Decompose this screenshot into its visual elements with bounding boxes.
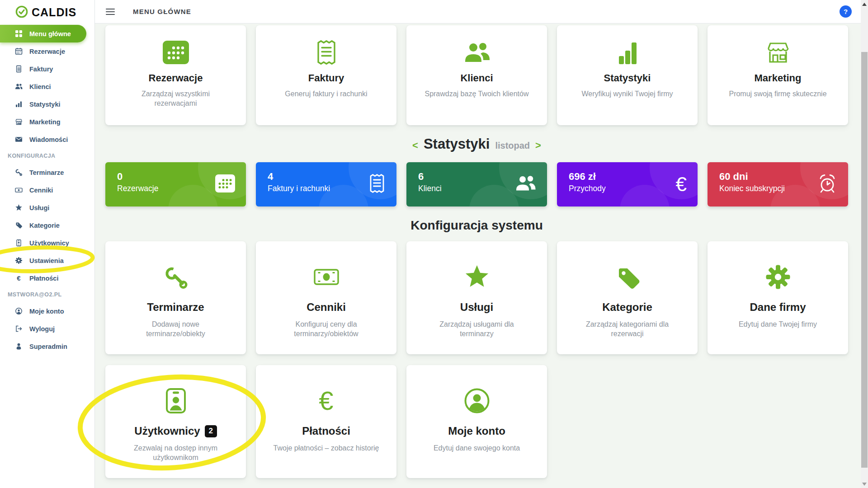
next-month-arrow[interactable]: > <box>535 140 541 151</box>
card-faktury[interactable]: Faktury Generuj faktury i rachunki <box>256 25 396 125</box>
alarm-clock-icon <box>817 173 837 196</box>
sidebar-section-konfiguracja: KONFIGURACJA <box>0 148 94 164</box>
card-moje-konto[interactable]: Moje konto Edytuj dane swojego konta <box>406 365 547 478</box>
check-circle-icon <box>15 5 28 20</box>
banknote-icon <box>15 186 23 194</box>
sidebar-item-statystyki[interactable]: Statystyki <box>0 95 94 113</box>
config-cards-row2: Użytkownicy 2 Zezwalaj na dostęp innym u… <box>105 365 848 478</box>
page-title: MENU GŁÓWNE <box>133 8 191 15</box>
main-area: MENU GŁÓWNE ? Rezerwacje Zarządzaj wszys… <box>95 0 868 488</box>
feature-cards-row: Rezerwacje Zarządzaj wszystkimi rezerwac… <box>105 25 848 125</box>
sidebar-item-marketing[interactable]: Marketing <box>0 113 94 131</box>
grid-icon <box>15 30 23 38</box>
calendar-icon <box>15 47 23 55</box>
sidebar-item-cenniki[interactable]: Cenniki <box>0 181 94 199</box>
euro-icon: € <box>676 173 687 196</box>
sidebar-item-menu-glowne[interactable]: Menu główne <box>0 25 86 42</box>
scroll-up-arrow-icon[interactable] <box>862 3 867 6</box>
users-count-badge: 2 <box>205 425 217 437</box>
sidebar-item-kategorie[interactable]: Kategorie <box>0 216 94 234</box>
star-icon <box>406 262 547 292</box>
card-klienci[interactable]: Klienci Sprawdzaj bazę Twoich klientów <box>406 25 547 125</box>
stats-month: listopad <box>495 141 530 151</box>
sidebar-item-moje-konto[interactable]: Moje konto <box>0 302 94 320</box>
banknote-icon <box>256 262 396 292</box>
euro-icon: € <box>15 274 23 282</box>
user-circle-icon <box>406 386 547 416</box>
sidebar-item-uslugi[interactable]: Usługi <box>0 199 94 216</box>
stats-heading: < Statystyki listopad > <box>105 136 848 154</box>
stat-tile-faktury[interactable]: 4 Faktury i rachunki <box>256 162 396 206</box>
scroll-down-arrow-icon[interactable] <box>862 483 867 486</box>
stats-title: Statystyki <box>424 136 490 152</box>
card-marketing[interactable]: Marketing Promuj swoją firmę skutecznie <box>708 25 848 125</box>
star-icon <box>15 204 23 211</box>
vertical-scrollbar[interactable] <box>861 0 868 488</box>
gear-icon <box>15 257 23 264</box>
logout-icon <box>15 325 23 333</box>
card-cenniki[interactable]: Cenniki Konfiguruj ceny dla terminarzy/o… <box>256 241 396 354</box>
card-statystyki[interactable]: Statystyki Weryfikuj wyniki Twojej firmy <box>557 25 698 125</box>
user-circle-icon <box>15 307 23 315</box>
calendar-icon <box>215 174 235 194</box>
card-platnosci[interactable]: € Płatności Twoje płatności – zobacz his… <box>256 365 396 478</box>
card-rezerwacje[interactable]: Rezerwacje Zarządzaj wszystkimi rezerwac… <box>105 25 246 125</box>
tag-icon <box>15 221 23 229</box>
calendar-icon <box>105 39 246 66</box>
sidebar: CALDIS Menu główne Rezerwacje Faktury Kl… <box>0 0 95 488</box>
invoice-icon <box>256 39 396 66</box>
config-cards-row1: Terminarze Dodawaj nowe terminarze/obiek… <box>105 241 848 354</box>
logo-text: CALDIS <box>32 6 76 19</box>
logo[interactable]: CALDIS <box>0 0 94 25</box>
card-dane-firmy[interactable]: Dane firmy Edytuj dane Twojej firmy <box>708 241 848 354</box>
superadmin-icon <box>15 343 23 350</box>
clients-icon <box>406 39 547 66</box>
clients-icon <box>15 83 23 90</box>
card-terminarze[interactable]: Terminarze Dodawaj nowe terminarze/obiek… <box>105 241 246 354</box>
id-badge-icon <box>105 386 246 416</box>
mail-icon <box>15 136 23 143</box>
stat-tile-rezerwacje[interactable]: 0 Rezerwacje <box>105 162 246 206</box>
stat-tile-klienci[interactable]: 6 Klienci <box>406 162 547 206</box>
config-heading: Konfiguracja systemu <box>105 218 848 235</box>
topbar: MENU GŁÓWNE ? <box>95 0 868 23</box>
gear-icon <box>708 262 848 292</box>
sidebar-item-faktury[interactable]: Faktury <box>0 60 94 78</box>
sidebar-item-wiadomosci[interactable]: Wiadomości <box>0 131 94 148</box>
wrench-icon <box>105 262 246 292</box>
help-icon: ? <box>844 8 848 15</box>
sidebar-item-klienci[interactable]: Klienci <box>0 78 94 95</box>
stat-tile-przychody[interactable]: 696 zł Przychody € <box>557 162 698 206</box>
bar-chart-icon <box>557 39 698 66</box>
card-uzytkownicy[interactable]: Użytkownicy 2 Zezwalaj na dostęp innym u… <box>105 365 246 478</box>
sidebar-item-rezerwacje[interactable]: Rezerwacje <box>0 42 94 60</box>
clients-icon <box>515 174 536 194</box>
sidebar-item-platnosci[interactable]: € Płatności <box>0 269 94 287</box>
sidebar-item-terminarze[interactable]: Terminarze <box>0 164 94 181</box>
sidebar-section-account: MSTWORA@O2.PL <box>0 287 94 302</box>
id-badge-icon <box>15 239 23 247</box>
sidebar-item-ustawienia[interactable]: Ustawienia <box>0 252 94 269</box>
stat-tiles-row: 0 Rezerwacje 4 Faktury i rachunki 6 Klie… <box>105 162 848 206</box>
help-button[interactable]: ? <box>840 5 852 18</box>
sidebar-item-superadmin[interactable]: Superadmin <box>0 338 94 355</box>
scrollbar-thumb[interactable] <box>861 52 868 468</box>
invoice-icon <box>15 65 23 73</box>
store-icon <box>15 118 23 126</box>
euro-icon: € <box>256 386 396 416</box>
bar-chart-icon <box>15 100 23 108</box>
card-uslugi[interactable]: Usługi Zarządzaj usługami dla terminarzy <box>406 241 547 354</box>
stat-tile-subskrypcja[interactable]: 60 dni Koniec subskrypcji <box>708 162 848 206</box>
wrench-icon <box>15 169 23 176</box>
content: Rezerwacje Zarządzaj wszystkimi rezerwac… <box>95 23 868 488</box>
sidebar-nav: Menu główne Rezerwacje Faktury Klienci S… <box>0 25 94 355</box>
prev-month-arrow[interactable]: < <box>412 140 418 151</box>
card-kategorie[interactable]: Kategorie Zarządzaj kategoriami dla reze… <box>557 241 698 354</box>
card-title-text: Użytkownicy <box>134 425 200 437</box>
hamburger-icon[interactable] <box>106 9 115 15</box>
sidebar-item-wyloguj[interactable]: Wyloguj <box>0 320 94 338</box>
tag-icon <box>557 262 698 292</box>
invoice-icon <box>368 174 386 195</box>
sidebar-item-uzytkownicy[interactable]: Użytkownicy <box>0 234 94 252</box>
store-icon <box>708 39 848 66</box>
